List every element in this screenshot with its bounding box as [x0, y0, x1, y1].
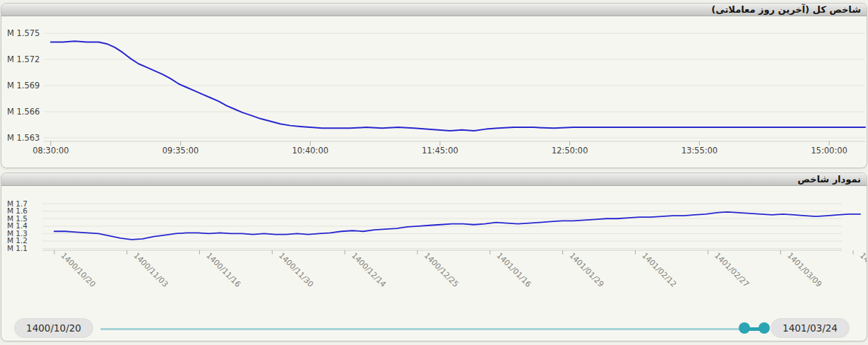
x-tick-label: 13:55:00: [682, 146, 718, 156]
range-end-label: 1401/03/24: [771, 318, 850, 338]
x-tick-label: 15:00:00: [811, 146, 848, 156]
x-tick-label: 1401/02/27: [713, 251, 751, 289]
y-tick-label: M 1.569: [7, 81, 40, 90]
x-tick-label: 1401/01/16: [495, 251, 533, 289]
x-tick-label: 1401/03/24: [858, 251, 867, 289]
y-tick-label: M 1.575: [7, 28, 40, 38]
y-tick-label: M 1.566: [7, 107, 40, 117]
y-tick-label: M 1.1: [7, 244, 28, 252]
range-start-label: 1400/10/20: [14, 318, 93, 338]
history-panel: نمودار شاخص M 1.7M 1.6M 1.5M 1.4M 1.3M 1…: [1, 172, 867, 341]
intraday-panel-header: شاخص کل (آخرین روز معاملاتی): [1, 4, 867, 16]
intraday-chart-svg: M 1.575M 1.572M 1.569M 1.566M 1.56308:30…: [1, 16, 867, 168]
x-tick-label: 09:35:00: [162, 146, 199, 156]
x-tick-label: 1400/12/25: [422, 251, 460, 289]
y-tick-label: M 1.563: [7, 133, 40, 143]
x-tick-label: 1400/10/20: [59, 251, 97, 289]
x-tick-label: 1400/11/30: [277, 251, 315, 289]
history-panel-title: نمودار شاخص: [797, 174, 861, 185]
date-range-slider: 1400/10/20 1401/03/24: [1, 308, 867, 341]
x-tick-label: 12:50:00: [552, 146, 588, 156]
intraday-panel: شاخص کل (آخرین روز معاملاتی) M 1.575M 1.…: [1, 3, 867, 168]
x-tick-label: 1401/03/09: [785, 251, 824, 289]
slider-track[interactable]: [100, 328, 763, 330]
index-series-line: [51, 41, 865, 131]
slider-handle-left[interactable]: [739, 322, 750, 334]
history-index-chart: M 1.7M 1.6M 1.5M 1.4M 1.3M 1.2M 1.11400/…: [1, 186, 867, 308]
y-tick-label: M 1.572: [7, 54, 40, 64]
x-tick-label: 08:30:00: [32, 146, 69, 156]
x-tick-label: 1400/11/03: [132, 251, 170, 289]
x-tick-label: 1401/01/29: [568, 251, 606, 289]
history-chart-svg: M 1.7M 1.6M 1.5M 1.4M 1.3M 1.2M 1.11400/…: [1, 186, 867, 308]
slider-handle-right[interactable]: [759, 322, 770, 334]
x-tick-label: 10:40:00: [292, 146, 329, 156]
intraday-panel-title: شاخص کل (آخرین روز معاملاتی): [711, 4, 861, 16]
x-tick-label: 11:45:00: [422, 146, 458, 156]
x-tick-label: 1400/11/16: [204, 251, 242, 289]
intraday-index-chart: M 1.575M 1.572M 1.569M 1.566M 1.56308:30…: [1, 16, 867, 168]
trading-dashboard: شاخص کل (آخرین روز معاملاتی) M 1.575M 1.…: [0, 3, 868, 341]
history-panel-header: نمودار شاخص: [1, 173, 867, 186]
x-tick-label: 1400/12/14: [350, 251, 388, 289]
x-tick-label: 1401/02/12: [640, 251, 678, 289]
